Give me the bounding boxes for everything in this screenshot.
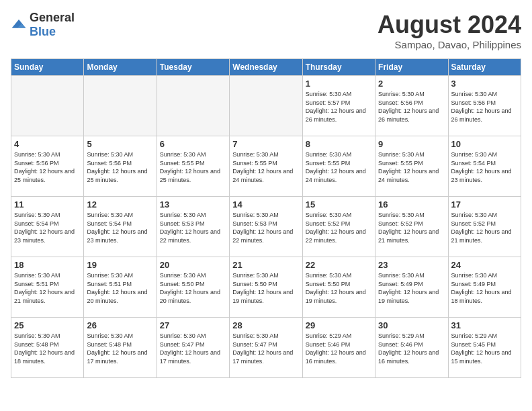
calendar-cell [230,76,302,136]
day-info: Sunrise: 5:30 AMSunset: 5:54 PMDaylight:… [87,211,153,244]
day-info: Sunrise: 5:30 AMSunset: 5:52 PMDaylight:… [378,211,445,244]
day-info: Sunrise: 5:30 AMSunset: 5:48 PMDaylight:… [87,332,153,365]
calendar-header-row: SundayMondayTuesdayWednesdayThursdayFrid… [11,59,521,76]
calendar-cell: 8 Sunrise: 5:30 AMSunset: 5:55 PMDayligh… [302,136,375,197]
day-number: 4 [14,139,81,149]
day-info: Sunrise: 5:30 AMSunset: 5:50 PMDaylight:… [232,271,299,305]
calendar-cell: 1 Sunrise: 5:30 AMSunset: 5:57 PMDayligh… [302,76,375,136]
calendar-cell: 25 Sunrise: 5:30 AMSunset: 5:48 PMDaylig… [11,318,84,378]
column-header-wednesday: Wednesday [230,59,302,76]
day-info: Sunrise: 5:30 AMSunset: 5:49 PMDaylight:… [451,271,518,305]
calendar-cell: 28 Sunrise: 5:30 AMSunset: 5:47 PMDaylig… [230,318,302,378]
calendar-cell: 29 Sunrise: 5:29 AMSunset: 5:46 PMDaylig… [302,318,375,378]
day-number: 12 [87,199,153,210]
day-info: Sunrise: 5:29 AMSunset: 5:46 PMDaylight:… [306,332,372,365]
day-number: 2 [378,79,445,89]
day-info: Sunrise: 5:30 AMSunset: 5:50 PMDaylight:… [306,271,372,305]
day-number: 11 [14,199,81,210]
day-info: Sunrise: 5:30 AMSunset: 5:55 PMDaylight:… [232,150,299,184]
day-number: 10 [451,139,518,149]
day-number: 24 [451,260,518,270]
day-info: Sunrise: 5:30 AMSunset: 5:49 PMDaylight:… [378,271,445,305]
calendar-cell: 21 Sunrise: 5:30 AMSunset: 5:50 PMDaylig… [230,257,302,318]
calendar-cell [157,76,229,136]
logo-text: General Blue [30,11,75,39]
calendar-cell: 14 Sunrise: 5:30 AMSunset: 5:53 PMDaylig… [230,197,302,257]
calendar-cell: 26 Sunrise: 5:30 AMSunset: 5:48 PMDaylig… [84,318,157,378]
column-header-sunday: Sunday [11,59,84,76]
day-number: 19 [87,260,153,270]
calendar-cell: 12 Sunrise: 5:30 AMSunset: 5:54 PMDaylig… [84,197,157,257]
calendar-week-4: 18 Sunrise: 5:30 AMSunset: 5:51 PMDaylig… [11,257,521,318]
day-number: 25 [14,320,81,330]
day-number: 21 [232,260,299,270]
day-info: Sunrise: 5:30 AMSunset: 5:56 PMDaylight:… [378,90,445,124]
day-info: Sunrise: 5:29 AMSunset: 5:45 PMDaylight:… [451,332,518,365]
day-info: Sunrise: 5:30 AMSunset: 5:47 PMDaylight:… [232,332,299,365]
day-number: 6 [160,139,226,149]
day-number: 8 [306,139,372,149]
day-info: Sunrise: 5:30 AMSunset: 5:51 PMDaylight:… [14,271,81,305]
calendar-cell: 3 Sunrise: 5:30 AMSunset: 5:56 PMDayligh… [448,76,521,136]
day-number: 28 [232,320,299,330]
calendar-cell: 11 Sunrise: 5:30 AMSunset: 5:54 PMDaylig… [11,197,84,257]
day-number: 13 [160,199,226,210]
calendar-cell: 23 Sunrise: 5:30 AMSunset: 5:49 PMDaylig… [375,257,448,318]
day-number: 23 [378,260,445,270]
calendar-cell: 13 Sunrise: 5:30 AMSunset: 5:53 PMDaylig… [157,197,229,257]
logo-icon [11,18,27,32]
day-number: 31 [451,320,518,330]
column-header-thursday: Thursday [302,59,375,76]
title-block: August 2024 Sampao, Davao, Philippines [378,11,521,50]
day-number: 18 [14,260,81,270]
logo: General Blue [11,11,75,39]
calendar-week-2: 4 Sunrise: 5:30 AMSunset: 5:56 PMDayligh… [11,136,521,197]
day-info: Sunrise: 5:30 AMSunset: 5:52 PMDaylight:… [306,211,372,244]
day-number: 5 [87,139,153,149]
month-year: August 2024 [378,11,521,39]
day-info: Sunrise: 5:30 AMSunset: 5:56 PMDaylight:… [451,90,518,124]
day-number: 26 [87,320,153,330]
column-header-monday: Monday [84,59,157,76]
day-number: 29 [306,320,372,330]
calendar-cell: 20 Sunrise: 5:30 AMSunset: 5:50 PMDaylig… [157,257,229,318]
day-info: Sunrise: 5:30 AMSunset: 5:55 PMDaylight:… [160,150,226,184]
day-number: 15 [306,199,372,210]
day-info: Sunrise: 5:30 AMSunset: 5:54 PMDaylight:… [451,150,518,184]
day-number: 16 [378,199,445,210]
calendar-cell: 10 Sunrise: 5:30 AMSunset: 5:54 PMDaylig… [448,136,521,197]
calendar-table: SundayMondayTuesdayWednesdayThursdayFrid… [11,58,521,378]
calendar-week-3: 11 Sunrise: 5:30 AMSunset: 5:54 PMDaylig… [11,197,521,257]
calendar-cell [84,76,157,136]
day-info: Sunrise: 5:30 AMSunset: 5:56 PMDaylight:… [87,150,153,184]
day-number: 22 [306,260,372,270]
calendar-cell: 27 Sunrise: 5:30 AMSunset: 5:47 PMDaylig… [157,318,229,378]
day-number: 3 [451,79,518,89]
calendar-cell: 4 Sunrise: 5:30 AMSunset: 5:56 PMDayligh… [11,136,84,197]
day-info: Sunrise: 5:30 AMSunset: 5:54 PMDaylight:… [14,211,81,244]
day-number: 7 [232,139,299,149]
calendar-week-5: 25 Sunrise: 5:30 AMSunset: 5:48 PMDaylig… [11,318,521,378]
day-info: Sunrise: 5:30 AMSunset: 5:51 PMDaylight:… [87,271,153,305]
day-info: Sunrise: 5:30 AMSunset: 5:52 PMDaylight:… [451,211,518,244]
day-number: 30 [378,320,445,330]
day-number: 20 [160,260,226,270]
calendar-cell: 19 Sunrise: 5:30 AMSunset: 5:51 PMDaylig… [84,257,157,318]
calendar-cell: 7 Sunrise: 5:30 AMSunset: 5:55 PMDayligh… [230,136,302,197]
calendar-cell [11,76,84,136]
calendar-cell: 30 Sunrise: 5:29 AMSunset: 5:46 PMDaylig… [375,318,448,378]
logo-general: General [30,11,75,24]
day-number: 14 [232,199,299,210]
calendar-cell: 24 Sunrise: 5:30 AMSunset: 5:49 PMDaylig… [448,257,521,318]
column-header-friday: Friday [375,59,448,76]
day-info: Sunrise: 5:30 AMSunset: 5:57 PMDaylight:… [306,90,372,124]
day-info: Sunrise: 5:30 AMSunset: 5:47 PMDaylight:… [160,332,226,365]
calendar-cell: 31 Sunrise: 5:29 AMSunset: 5:45 PMDaylig… [448,318,521,378]
day-info: Sunrise: 5:29 AMSunset: 5:46 PMDaylight:… [378,332,445,365]
calendar-week-1: 1 Sunrise: 5:30 AMSunset: 5:57 PMDayligh… [11,76,521,136]
calendar-cell: 17 Sunrise: 5:30 AMSunset: 5:52 PMDaylig… [448,197,521,257]
calendar-cell: 6 Sunrise: 5:30 AMSunset: 5:55 PMDayligh… [157,136,229,197]
calendar-cell: 18 Sunrise: 5:30 AMSunset: 5:51 PMDaylig… [11,257,84,318]
calendar-cell: 2 Sunrise: 5:30 AMSunset: 5:56 PMDayligh… [375,76,448,136]
day-info: Sunrise: 5:30 AMSunset: 5:53 PMDaylight:… [160,211,226,244]
